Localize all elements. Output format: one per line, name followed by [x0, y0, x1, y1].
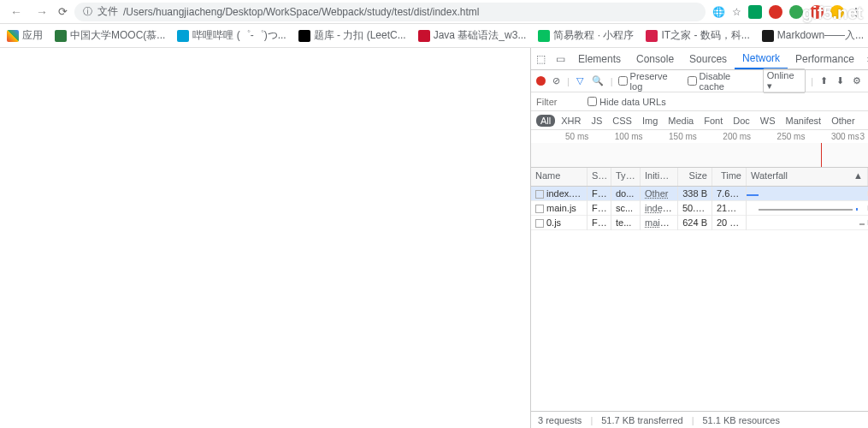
info-icon: ⓘ [83, 5, 92, 18]
filter-input[interactable] [536, 97, 579, 107]
bookmark-icon [762, 30, 774, 42]
filter-js[interactable]: JS [587, 115, 606, 127]
bookmark-icon [418, 30, 430, 42]
filter-manifest[interactable]: Manifest [782, 115, 826, 127]
filter-all[interactable]: All [536, 115, 555, 127]
apps-icon [7, 30, 19, 42]
col-waterfall[interactable]: Waterfall▲ [747, 168, 868, 186]
filter-css[interactable]: CSS [608, 115, 636, 127]
url-prefix: 文件 [97, 4, 118, 19]
bookmarks-bar: 应用 中国大学MOOC(慕... 哔哩哔哩 (゜-゜)つ... 题库 - 力扣 … [0, 24, 868, 48]
devtools-panel: ⬚ ▭ Elements Console Sources Network Per… [530, 48, 868, 428]
timeline-overview[interactable]: 50 ms 100 ms 150 ms 200 ms 250 ms 300 ms… [531, 130, 868, 168]
ext-icon-3[interactable] [789, 5, 803, 19]
bookmark-0[interactable]: 中国大学MOOC(慕... [55, 28, 165, 43]
address-bar[interactable]: ⓘ 文件 /Users/huangjiacheng/Desktop/WorkSp… [74, 3, 706, 21]
devtools-tabs: ⬚ ▭ Elements Console Sources Network Per… [531, 48, 868, 70]
timeline-marker [821, 143, 822, 167]
col-size[interactable]: Size [678, 168, 712, 186]
network-toolbar: ⊘ | ▽ 🔍 | Preserve log Disable cache Onl… [531, 70, 868, 92]
search-icon[interactable]: 🔍 [590, 75, 605, 86]
preserve-log-checkbox[interactable]: Preserve log [618, 71, 682, 92]
back-button[interactable]: ← [7, 5, 26, 19]
status-transferred: 51.7 KB transferred [601, 415, 682, 425]
col-initiator[interactable]: Initiator [641, 168, 678, 186]
filter-other[interactable]: Other [827, 115, 859, 127]
bookmark-icon [55, 30, 67, 42]
disable-cache-checkbox[interactable]: Disable cache [688, 71, 758, 92]
forward-button[interactable]: → [32, 5, 51, 19]
import-icon[interactable]: ⬆ [818, 75, 830, 86]
apps-button[interactable]: 应用 [7, 28, 43, 43]
record-button[interactable] [536, 76, 546, 86]
inspect-icon[interactable]: ⬚ [531, 53, 551, 65]
translate-icon[interactable]: 🌐 [712, 6, 725, 18]
hide-data-urls-checkbox[interactable]: Hide data URLs [588, 97, 666, 107]
table-header[interactable]: Name St... Type Initiator Size Time Wate… [531, 168, 868, 187]
bookmark-4[interactable]: 简易教程 · 小程序 [538, 28, 634, 43]
col-type[interactable]: Type [611, 168, 641, 186]
col-name[interactable]: Name [531, 168, 588, 186]
url-text: /Users/huangjiacheng/Desktop/WorkSpace/W… [123, 6, 479, 18]
throttling-select[interactable]: Online ▾ [763, 68, 806, 93]
bookmark-icon [298, 30, 310, 42]
table-row[interactable]: index.htmlFin...do...Other338 B7.6 d... [531, 187, 868, 201]
status-resources: 51.1 KB resources [702, 415, 780, 425]
device-icon[interactable]: ▭ [551, 53, 570, 65]
bookmark-3[interactable]: Java 基础语法_w3... [418, 28, 527, 43]
bookmark-icon [646, 30, 658, 42]
watermark: gif5.net [802, 3, 863, 23]
bookmark-5[interactable]: IT之家 - 数码，科... [646, 28, 749, 43]
filter-xhr[interactable]: XHR [557, 115, 585, 127]
table-row[interactable]: main.jsFin...sc...index.h...50.8 KB210 m… [531, 201, 868, 216]
bookmark-icon [177, 30, 189, 42]
bookmark-6[interactable]: Markdown——入... [762, 28, 864, 43]
filter-doc[interactable]: Doc [729, 115, 754, 127]
network-table: Name St... Type Initiator Size Time Wate… [531, 168, 868, 411]
tab-elements[interactable]: Elements [570, 48, 629, 69]
bookmark-icon [538, 30, 550, 42]
filter-row: Hide data URLs [531, 92, 868, 111]
filter-font[interactable]: Font [700, 115, 727, 127]
tab-network[interactable]: Network [735, 48, 788, 69]
tab-performance[interactable]: Performance [788, 48, 862, 69]
tab-console[interactable]: Console [629, 48, 682, 69]
tabs-overflow-icon[interactable]: » [862, 53, 868, 65]
col-status[interactable]: St... [588, 168, 611, 186]
star-icon[interactable]: ☆ [732, 6, 741, 18]
filter-ws[interactable]: WS [756, 115, 780, 127]
table-row[interactable]: 0.jsFin...te...main.js...624 B20 ms [531, 216, 868, 230]
clear-button[interactable]: ⊘ [551, 75, 562, 86]
col-time[interactable]: Time [712, 168, 747, 186]
network-status-bar: 3 requests | 51.7 KB transferred | 51.1 … [531, 411, 868, 428]
page-content [0, 48, 530, 428]
filter-media[interactable]: Media [664, 115, 698, 127]
browser-navbar: ← → ⟳ ⓘ 文件 /Users/huangjiacheng/Desktop/… [0, 0, 868, 24]
tab-sources[interactable]: Sources [682, 48, 735, 69]
settings-icon[interactable]: ⚙ [851, 75, 863, 86]
export-icon[interactable]: ⬇ [835, 75, 846, 86]
bookmark-2[interactable]: 题库 - 力扣 (LeetC... [298, 28, 406, 43]
bookmark-1[interactable]: 哔哩哔哩 (゜-゜)つ... [177, 28, 286, 43]
type-filter-row: All XHR JS CSS Img Media Font Doc WS Man… [531, 111, 868, 130]
reload-button[interactable]: ⟳ [58, 5, 68, 18]
filter-img[interactable]: Img [638, 115, 662, 127]
status-requests: 3 requests [538, 415, 582, 425]
ext-icon-1[interactable]: ⠀ [748, 5, 762, 19]
filter-toggle-icon[interactable]: ▽ [575, 75, 585, 86]
ext-icon-2[interactable] [769, 5, 782, 19]
